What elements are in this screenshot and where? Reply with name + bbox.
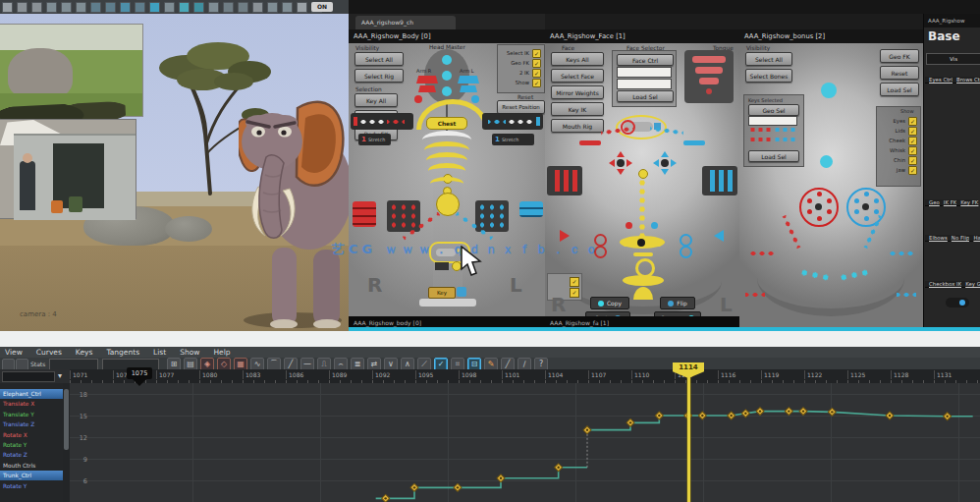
- panel-toggle[interactable]: [946, 298, 969, 307]
- shoulder-l-control[interactable]: [458, 76, 479, 84]
- paint-select-tool[interactable]: [31, 2, 42, 13]
- bonus-checkbox[interactable]: Eyes: [880, 116, 917, 126]
- fingers-r-dots[interactable]: [390, 203, 417, 229]
- eye-r-center[interactable]: [617, 159, 625, 167]
- option-checkbox[interactable]: Select IK: [500, 48, 541, 58]
- fingers-l-dots[interactable]: [478, 203, 506, 229]
- graph-menu-item[interactable]: Curves: [36, 348, 62, 357]
- stretch-r-box[interactable]: 1 Stretch: [358, 134, 391, 145]
- head-control[interactable]: [442, 55, 452, 65]
- face-selector-field-2[interactable]: [617, 79, 672, 89]
- lasso-tool[interactable]: [17, 2, 27, 13]
- neck-control[interactable]: [442, 71, 452, 81]
- bonus-checkbox[interactable]: Whisk: [880, 145, 917, 155]
- channel-group3-item[interactable]: Elbows: [925, 235, 948, 242]
- elephant-character[interactable]: [239, 81, 349, 328]
- input-line-icon[interactable]: [252, 2, 263, 13]
- face-ctrl-button[interactable]: Face Ctrl: [617, 54, 674, 66]
- paint-effects-icon[interactable]: [223, 2, 234, 13]
- hand-l-control[interactable]: [519, 201, 543, 217]
- render-icon[interactable]: [179, 2, 190, 13]
- face-button[interactable]: Key IK: [551, 102, 604, 116]
- eye-l-left-arrow[interactable]: [653, 159, 659, 167]
- arm-r-fk-control[interactable]: [414, 95, 422, 103]
- shoulder-r-control[interactable]: [416, 76, 438, 84]
- channel-row[interactable]: Mouth Ctrls: [0, 461, 63, 471]
- key-option-toggle[interactable]: [457, 287, 466, 297]
- geo-sel-button[interactable]: Geo Sel: [748, 104, 799, 116]
- load-sel-button[interactable]: Load Sel: [617, 90, 674, 102]
- channel-row[interactable]: Trunk_Ctrl: [0, 471, 63, 480]
- channel-row[interactable]: Translate Z: [0, 419, 63, 429]
- stretch-l-box[interactable]: 1 Stretch: [492, 134, 534, 145]
- arm-l-white-dots[interactable]: [508, 119, 533, 125]
- graph-menu-item[interactable]: Keys: [76, 348, 93, 357]
- channel-group4-item[interactable]: Checkbox IK: [925, 281, 961, 288]
- option-checkbox[interactable]: Geo FK: [500, 58, 541, 68]
- eye-l-down-arrow[interactable]: [661, 169, 669, 175]
- upper-lip-center[interactable]: [637, 239, 645, 247]
- highlight-a-icon[interactable]: [297, 2, 307, 13]
- select-tool[interactable]: [2, 2, 13, 13]
- hypershade-icon[interactable]: [238, 2, 248, 13]
- copy-button[interactable]: Copy: [590, 297, 629, 309]
- face-button[interactable]: Select Face: [551, 69, 604, 83]
- chest-button[interactable]: Chest: [426, 117, 467, 130]
- option-checkbox[interactable]: 2 IK: [500, 68, 541, 78]
- snap-point-icon[interactable]: [120, 2, 131, 13]
- nose-dot-control[interactable]: [638, 169, 648, 179]
- snap-grid-icon[interactable]: [90, 2, 101, 13]
- snap-curve-icon[interactable]: [105, 2, 116, 13]
- channel-group2-item[interactable]: Key FK: [956, 199, 978, 206]
- lip-l-ring-2[interactable]: [680, 246, 692, 258]
- viewport[interactable]: camera : 4: [0, 14, 349, 331]
- cheek-r-dots[interactable]: [781, 214, 802, 250]
- bottom-blue-dots[interactable]: [897, 291, 916, 299]
- key-red-dots-2[interactable]: [748, 136, 773, 143]
- sliders-l-box[interactable]: [702, 166, 737, 195]
- arm-l-blue-dots[interactable]: [488, 119, 506, 125]
- rotate-tool[interactable]: [61, 2, 72, 13]
- bonus-visibility-button[interactable]: Select All: [745, 52, 792, 66]
- sliders-r-box[interactable]: [547, 166, 582, 195]
- neck-base-control[interactable]: [442, 86, 452, 96]
- channel-row[interactable]: Translate X: [0, 399, 63, 409]
- trunk-base-control[interactable]: [820, 155, 833, 168]
- hand-r-control[interactable]: [353, 201, 376, 227]
- trunk-l-dot[interactable]: [651, 222, 658, 229]
- graph-area[interactable]: [70, 383, 980, 502]
- channel-row[interactable]: Translate Y: [0, 410, 63, 419]
- face-button[interactable]: Keys All: [551, 52, 604, 66]
- snap-plane-icon[interactable]: [135, 2, 145, 13]
- arm-r-red-dots[interactable]: [387, 119, 405, 125]
- visibility-button[interactable]: Select All: [354, 52, 404, 66]
- time-ruler[interactable]: 1071107410771080108310861089109210951098…: [70, 369, 980, 383]
- key-red-dots-1[interactable]: [748, 126, 773, 134]
- outliner-filter-field[interactable]: [2, 371, 55, 382]
- bonus-checkbox[interactable]: Lids: [880, 126, 917, 136]
- symmetry-icon[interactable]: [282, 2, 293, 13]
- forehead-control[interactable]: [821, 83, 837, 98]
- hand-l-bar[interactable]: [536, 117, 540, 126]
- playhead-line[interactable]: [687, 368, 690, 502]
- eye-r-right-arrow[interactable]: [626, 159, 632, 167]
- arm-l-fk-control[interactable]: [471, 95, 479, 103]
- channel-group2-item[interactable]: IK FK: [940, 199, 956, 206]
- toe-box[interactable]: [435, 262, 449, 270]
- key-button[interactable]: Key: [428, 287, 456, 299]
- channel-row[interactable]: Rotate Y: [0, 481, 63, 491]
- bonus-right-button[interactable]: Load Sel: [880, 83, 919, 96]
- channel-row[interactable]: Elephant_Ctrl: [0, 389, 63, 399]
- bonus-load-sel-button[interactable]: Load Sel: [748, 150, 799, 162]
- reset-position-button[interactable]: Reset Position: [497, 100, 545, 114]
- graph-menu-item[interactable]: Help: [213, 348, 230, 357]
- on-toggle[interactable]: ON: [311, 2, 333, 12]
- visibility-button[interactable]: Select Rig: [354, 69, 404, 83]
- bonus-visibility-button[interactable]: Select Bones: [745, 69, 792, 83]
- tongue-tip-control[interactable]: [699, 78, 719, 84]
- eye-r-up-arrow[interactable]: [617, 151, 625, 157]
- eye-r-left-arrow[interactable]: [609, 159, 615, 167]
- channel-row[interactable]: Rotate X: [0, 430, 63, 440]
- eye-l-center[interactable]: [661, 159, 669, 167]
- bonus-checkbox[interactable]: Jaw: [880, 165, 917, 175]
